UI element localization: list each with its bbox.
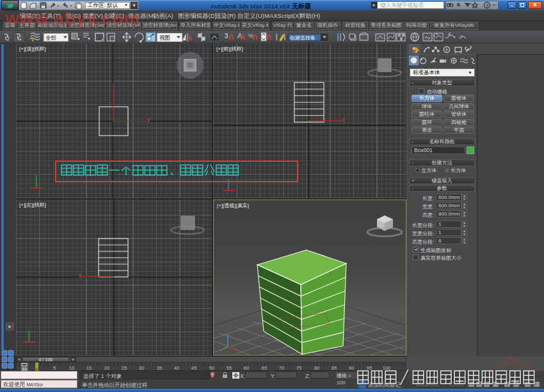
svg-text:90: 90 [349, 365, 354, 371]
svg-text:10: 10 [69, 365, 74, 371]
svg-text:50: 50 [209, 365, 214, 371]
svg-text:35: 35 [157, 365, 162, 371]
svg-text:80: 80 [314, 365, 319, 371]
svg-text:视图: 视图 [159, 35, 170, 41]
svg-text:55: 55 [227, 365, 232, 371]
svg-text:全部: 全部 [45, 35, 56, 41]
svg-text:75: 75 [296, 365, 301, 371]
svg-text:%: % [248, 33, 253, 39]
svg-text:45: 45 [191, 365, 196, 371]
svg-text:70: 70 [279, 365, 284, 371]
svg-text:3: 3 [225, 33, 228, 40]
svg-text:65: 65 [262, 365, 267, 371]
svg-text:5: 5 [53, 365, 56, 371]
svg-text:25: 25 [122, 365, 127, 371]
svg-text:创建选择集: 创建选择集 [289, 35, 316, 41]
svg-text:30: 30 [139, 365, 144, 371]
svg-text:15: 15 [86, 365, 92, 371]
svg-text:85: 85 [332, 365, 337, 371]
svg-text:20: 20 [104, 365, 109, 371]
svg-text:40: 40 [174, 365, 179, 371]
svg-text:60: 60 [244, 365, 249, 371]
svg-text:?: ? [486, 3, 489, 8]
